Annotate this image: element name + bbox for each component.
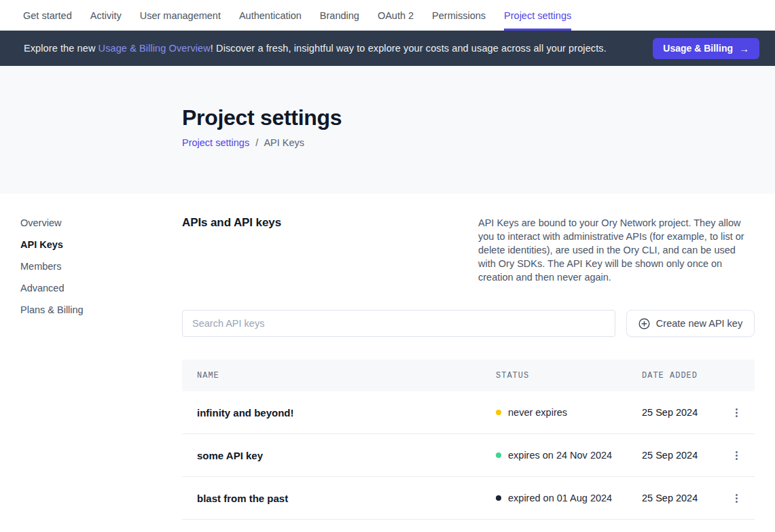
plus-circle-icon <box>638 318 650 330</box>
table-row: blast from the past expired on 01 Aug 20… <box>182 477 755 520</box>
usage-billing-button-label: Usage & Billing <box>663 43 733 54</box>
content-area: Overview API Keys Members Advanced Plans… <box>0 194 775 532</box>
status-dot-icon <box>496 410 501 415</box>
create-api-key-button-label: Create new API key <box>656 318 742 329</box>
column-header-name: NAME <box>182 371 496 380</box>
row-actions-kebab-icon[interactable] <box>732 490 742 507</box>
nav-item-project-settings[interactable]: Project settings <box>504 0 571 31</box>
page-header: Project settings Project settings / API … <box>0 66 775 194</box>
sidebar-item-overview[interactable]: Overview <box>20 216 182 230</box>
section-title: APIs and API keys <box>182 216 281 284</box>
api-key-date-added: 25 Sep 2024 <box>642 450 718 461</box>
section-description: API Keys are bound to your Ory Network p… <box>478 216 755 284</box>
arrow-right-icon: → <box>739 43 749 54</box>
api-key-name: some API key <box>182 450 496 461</box>
nav-item-oauth2[interactable]: OAuth 2 <box>378 0 414 31</box>
table-row: some API key expires on 24 Nov 2024 25 S… <box>182 434 755 477</box>
top-nav: Get started Activity User management Aut… <box>0 0 775 31</box>
column-header-status: STATUS <box>496 371 642 380</box>
api-key-status: expires on 24 Nov 2024 <box>496 450 642 461</box>
table-row: infinity and beyond! never expires 25 Se… <box>182 391 755 434</box>
sidebar-item-advanced[interactable]: Advanced <box>20 281 182 295</box>
settings-sidebar: Overview API Keys Members Advanced Plans… <box>0 194 182 532</box>
api-keys-table: NAME STATUS DATE ADDED infinity and beyo… <box>182 359 755 520</box>
sidebar-item-api-keys[interactable]: API Keys <box>20 238 182 251</box>
api-key-name: infinity and beyond! <box>182 407 496 419</box>
banner-message: Explore the new Usage & Billing Overview… <box>24 43 607 54</box>
table-controls: Create new API key <box>182 310 755 337</box>
nav-item-get-started[interactable]: Get started <box>23 0 72 31</box>
row-actions-kebab-icon[interactable] <box>732 404 742 421</box>
api-key-date-added: 25 Sep 2024 <box>642 493 718 503</box>
page-title: Project settings <box>182 105 775 130</box>
api-key-status: never expires <box>496 407 642 418</box>
nav-item-user-management[interactable]: User management <box>140 0 221 31</box>
status-dot-icon <box>496 453 501 458</box>
nav-item-activity[interactable]: Activity <box>90 0 122 31</box>
api-keys-panel: APIs and API keys API Keys are bound to … <box>182 194 755 532</box>
nav-item-permissions[interactable]: Permissions <box>432 0 486 31</box>
api-key-date-added: 25 Sep 2024 <box>642 407 718 418</box>
breadcrumb: Project settings / API Keys <box>182 137 775 148</box>
usage-billing-button[interactable]: Usage & Billing → <box>653 38 759 59</box>
section-intro: APIs and API keys API Keys are bound to … <box>182 194 755 284</box>
sidebar-item-plans-billing[interactable]: Plans & Billing <box>20 303 182 317</box>
breadcrumb-project-settings-link[interactable]: Project settings <box>182 137 249 148</box>
breadcrumb-current: API Keys <box>264 137 304 148</box>
api-key-name: blast from the past <box>182 493 496 504</box>
search-input[interactable] <box>182 310 615 337</box>
promo-banner: Explore the new Usage & Billing Overview… <box>0 31 775 66</box>
nav-item-branding[interactable]: Branding <box>320 0 359 31</box>
table-header-row: NAME STATUS DATE ADDED <box>182 359 755 391</box>
breadcrumb-separator: / <box>255 137 258 148</box>
sidebar-item-members[interactable]: Members <box>20 260 182 273</box>
api-key-status: expired on 01 Aug 2024 <box>496 493 642 503</box>
status-dot-icon <box>496 495 501 501</box>
usage-billing-overview-link[interactable]: Usage & Billing Overview <box>98 43 211 54</box>
nav-item-authentication[interactable]: Authentication <box>239 0 302 31</box>
column-header-date-added: DATE ADDED <box>642 371 718 380</box>
create-api-key-button[interactable]: Create new API key <box>626 310 755 337</box>
row-actions-kebab-icon[interactable] <box>732 447 742 464</box>
